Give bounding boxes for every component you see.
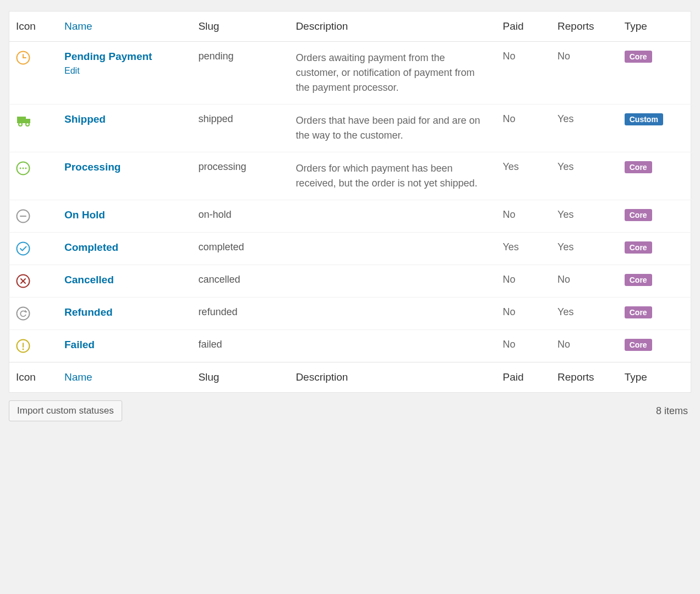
check-circle-icon [9,233,58,265]
dots-circle-icon [9,152,58,200]
table-footer-row: Icon Name Slug Description Paid Reports … [9,362,691,393]
col-footer-description: Description [289,362,496,393]
status-paid: No [496,42,551,105]
x-circle-icon [9,265,58,298]
status-description: Orders for which payment has been receiv… [289,152,496,200]
status-name-cell: Cancelled [58,265,192,298]
svg-point-6 [26,123,29,126]
refund-circle-icon [9,298,58,330]
svg-point-20 [23,349,24,350]
svg-point-13 [17,243,30,255]
table-row: Pending PaymentEditpendingOrders awaitin… [9,42,691,105]
core-badge: Core [625,161,652,173]
status-slug: processing [192,152,289,200]
edit-link[interactable]: Edit [64,66,80,75]
col-header-type: Type [618,12,691,42]
table-row: RefundedrefundedNoYesCore [9,298,691,330]
status-name-cell: Shipped [58,105,192,152]
status-paid: Yes [496,152,551,200]
col-header-reports: Reports [551,12,618,42]
status-description: Orders that have been paid for and are o… [289,105,496,152]
status-reports: No [551,330,618,362]
core-badge: Core [625,51,652,63]
col-footer-type: Type [618,362,691,393]
status-type: Core [618,42,691,105]
status-reports: Yes [551,298,618,330]
truck-icon [9,105,58,152]
col-footer-slug: Slug [192,362,289,393]
status-type: Core [618,152,691,200]
status-paid: No [496,265,551,298]
status-name-link[interactable]: Processing [64,161,121,173]
status-name-link[interactable]: Failed [64,339,95,350]
col-header-paid: Paid [496,12,551,42]
row-actions: Edit [64,66,185,76]
custom-badge: Custom [625,113,663,125]
status-table: Icon Name Slug Description Paid Reports … [9,11,691,393]
status-type: Core [618,330,691,362]
status-type: Custom [618,105,691,152]
svg-point-5 [19,123,22,126]
status-description [289,298,496,330]
status-name-cell: Failed [58,330,192,362]
status-name-link[interactable]: On Hold [64,209,105,221]
status-type: Core [618,265,691,298]
svg-point-17 [17,307,30,320]
status-name-cell: Refunded [58,298,192,330]
col-header-slug: Slug [192,12,289,42]
status-slug: pending [192,42,289,105]
col-footer-reports: Reports [551,362,618,393]
table-row: FailedfailedNoNoCore [9,330,691,362]
status-paid: Yes [496,233,551,265]
status-name-link[interactable]: Refunded [64,306,113,318]
col-header-name[interactable]: Name [58,12,192,42]
status-type: Core [618,200,691,233]
status-slug: cancelled [192,265,289,298]
minus-circle-icon [9,200,58,233]
status-name-link[interactable]: Completed [64,241,118,253]
status-reports: No [551,265,618,298]
col-header-description: Description [289,12,496,42]
core-badge: Core [625,241,652,254]
clock-icon [9,42,58,105]
import-custom-statuses-button[interactable]: Import custom statuses [9,400,122,421]
status-description: Orders awaiting payment from the custome… [289,42,496,105]
status-slug: failed [192,330,289,362]
core-badge: Core [625,306,652,318]
status-paid: No [496,330,551,362]
status-description [289,265,496,298]
col-footer-icon: Icon [9,362,58,393]
col-header-icon: Icon [9,12,58,42]
status-paid: No [496,105,551,152]
status-name-cell: Completed [58,233,192,265]
status-reports: Yes [551,105,618,152]
item-count: 8 items [656,405,688,417]
status-slug: on-hold [192,200,289,233]
status-name-cell: Processing [58,152,192,200]
table-row: CompletedcompletedYesYesCore [9,233,691,265]
col-footer-paid: Paid [496,362,551,393]
status-description [289,330,496,362]
status-slug: refunded [192,298,289,330]
table-row: ShippedshippedOrders that have been paid… [9,105,691,152]
svg-rect-3 [17,117,26,123]
status-slug: completed [192,233,289,265]
status-name-link[interactable]: Cancelled [64,274,114,285]
table-footer-bar: Import custom statuses 8 items [9,393,691,432]
status-reports: Yes [551,200,618,233]
status-name-link[interactable]: Pending Payment [64,51,152,62]
table-row: CancelledcancelledNoNoCore [9,265,691,298]
status-slug: shipped [192,105,289,152]
status-name-cell: On Hold [58,200,192,233]
status-name-cell: Pending PaymentEdit [58,42,192,105]
core-badge: Core [625,339,652,351]
core-badge: Core [625,209,652,221]
svg-point-9 [23,168,24,169]
col-footer-name[interactable]: Name [58,362,192,393]
status-name-link[interactable]: Shipped [64,113,106,125]
svg-point-10 [25,168,27,169]
table-header-row: Icon Name Slug Description Paid Reports … [9,12,691,42]
status-paid: No [496,200,551,233]
status-reports: No [551,42,618,105]
status-type: Core [618,233,691,265]
